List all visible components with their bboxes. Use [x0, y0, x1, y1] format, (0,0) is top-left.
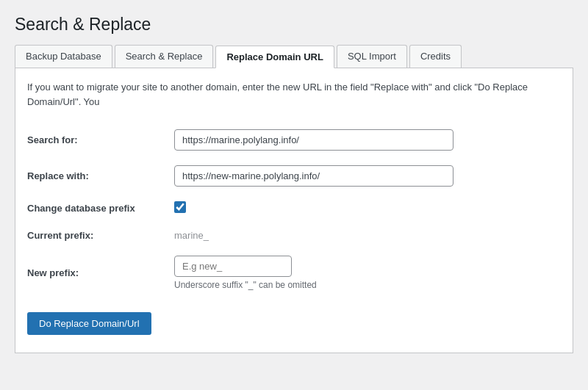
tab-sql-import[interactable]: SQL Import	[337, 45, 407, 68]
replace-with-input[interactable]	[174, 165, 453, 187]
tab-backup-database[interactable]: Backup Database	[15, 45, 112, 68]
current-prefix-label: Current prefix:	[27, 223, 174, 248]
new-prefix-row: New prefix: Underscore suffix "_" can be…	[27, 248, 561, 297]
change-prefix-checkbox[interactable]	[174, 201, 186, 213]
tab-bar: Backup Database Search & Replace Replace…	[15, 45, 573, 68]
page-title: Search & Replace	[15, 15, 573, 35]
search-for-cell	[174, 122, 561, 158]
hint-text: Underscore suffix "_" can be omitted	[174, 280, 561, 290]
new-prefix-input[interactable]	[174, 256, 292, 277]
change-prefix-row: Change database prefix	[27, 194, 561, 223]
form-table: Search for: Replace with: Change databas…	[27, 122, 561, 297]
search-for-row: Search for:	[27, 122, 561, 158]
replace-with-cell	[174, 158, 561, 194]
change-prefix-label: Change database prefix	[27, 194, 174, 223]
tab-search-replace[interactable]: Search & Replace	[115, 45, 214, 68]
search-for-label: Search for:	[27, 122, 174, 158]
do-replace-button[interactable]: Do Replace Domain/Url	[27, 312, 151, 335]
tab-credits[interactable]: Credits	[409, 45, 462, 68]
replace-with-label: Replace with:	[27, 158, 174, 194]
change-prefix-cell	[174, 194, 561, 223]
tab-replace-domain-url[interactable]: Replace Domain URL	[215, 46, 334, 68]
info-text: If you want to migrate your site to anot…	[27, 80, 561, 109]
new-prefix-cell: Underscore suffix "_" can be omitted	[174, 248, 561, 297]
new-prefix-label: New prefix:	[27, 248, 174, 297]
replace-with-row: Replace with:	[27, 158, 561, 194]
content-area: If you want to migrate your site to anot…	[15, 68, 573, 353]
search-for-input[interactable]	[174, 129, 453, 151]
current-prefix-row: Current prefix: marine_	[27, 223, 561, 248]
current-prefix-value: marine_	[174, 223, 561, 248]
